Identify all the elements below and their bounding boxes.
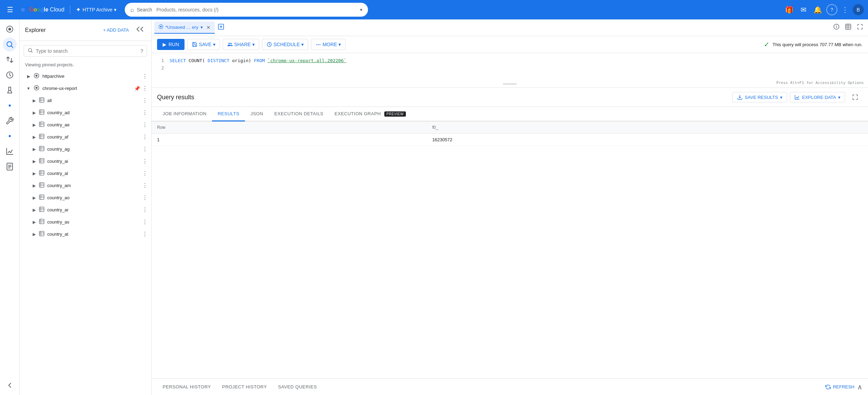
history-tab-saved[interactable]: SAVED QUERIES <box>272 380 322 394</box>
tree-more-chrome-ux-report[interactable]: ⋮ <box>141 84 148 92</box>
save-results-icon <box>737 94 743 100</box>
add-tab-button[interactable] <box>216 22 226 33</box>
explore-data-button[interactable]: EXPLORE DATA ▾ <box>790 92 845 102</box>
tree-more-country_at[interactable]: ⋮ <box>141 230 148 238</box>
code-editor[interactable]: 1 SELECT COUNT( DISTINCT origin) FROM `c… <box>152 53 868 88</box>
tree-more-country_ag[interactable]: ⋮ <box>141 145 148 153</box>
tree-arrow-country_am: ▶ <box>31 182 38 189</box>
refresh-button[interactable]: REFRESH <box>825 384 854 390</box>
tree-arrow-all: ▶ <box>31 97 38 104</box>
tree-item-country_ar[interactable]: ▶ country_ar ⋮ <box>19 204 151 216</box>
tree-item-country_ai[interactable]: ▶ country_ai ⋮ <box>19 155 151 167</box>
google-cloud-logo[interactable]: Google Cloud <box>19 6 64 14</box>
more-options-button[interactable]: ⋮ <box>839 3 851 17</box>
tree-more-httparchive[interactable]: ⋮ <box>141 72 148 80</box>
project-selector[interactable]: ✦ HTTP Archive ▾ <box>76 6 116 14</box>
svg-point-9 <box>35 75 38 77</box>
tree-item-country_ao[interactable]: ▶ country_ao ⋮ <box>19 192 151 204</box>
more-button[interactable]: MORE ▾ <box>311 39 345 50</box>
tree-item-all[interactable]: ▶ all ⋮ <box>19 94 151 107</box>
tree-more-country_al[interactable]: ⋮ <box>141 169 148 177</box>
tree-more-country_af[interactable]: ⋮ <box>141 133 148 141</box>
table-cell-row-num: 1 <box>152 134 427 146</box>
editor-resize-handle[interactable] <box>503 83 517 85</box>
global-search-input[interactable] <box>156 7 357 12</box>
tree-item-country_as[interactable]: ▶ country_as ⋮ <box>19 216 151 228</box>
search-help-icon[interactable]: ? <box>140 48 143 54</box>
editor-tab-icon <box>158 24 163 30</box>
tree-label-chrome-ux-report: chrome-ux-report <box>42 86 133 91</box>
history-actions: REFRESH ∧ <box>825 383 862 391</box>
tab-expand-button[interactable] <box>855 22 865 34</box>
gift-button[interactable]: 🎁 <box>782 3 796 17</box>
rail-home-icon[interactable] <box>3 22 17 36</box>
rail-search-icon[interactable] <box>3 37 17 51</box>
tree-item-country_al[interactable]: ▶ country_al ⋮ <box>19 167 151 179</box>
tree-item-country_af[interactable]: ▶ country_af ⋮ <box>19 131 151 143</box>
tab-execution-details[interactable]: EXECUTION DETAILS <box>269 107 329 121</box>
save-results-button[interactable]: SAVE RESULTS ▾ <box>732 92 787 102</box>
notifications-button[interactable]: 🔔 <box>811 3 825 17</box>
rail-history-icon[interactable] <box>3 68 17 82</box>
history-tab-personal[interactable]: PERSONAL HISTORY <box>157 380 216 394</box>
history-tab-project[interactable]: PROJECT HISTORY <box>216 380 272 394</box>
rail-dot2-icon <box>3 129 17 143</box>
editor-tab-unsaved[interactable]: *Unsaved … ery ▾ ✕ <box>154 22 215 34</box>
more-icon <box>316 42 321 47</box>
tab-results[interactable]: RESULTS <box>212 107 245 121</box>
explorer-search-input[interactable] <box>36 48 138 54</box>
tab-json[interactable]: JSON <box>245 107 269 121</box>
results-table-container: Row f0_ 1 16230572 <box>152 121 868 378</box>
results-expand-button[interactable] <box>848 92 862 102</box>
tree-more-country_am[interactable]: ⋮ <box>141 182 148 190</box>
tree-item-country_am[interactable]: ▶ country_am ⋮ <box>19 179 151 192</box>
tree-more-country_ai[interactable]: ⋮ <box>141 157 148 165</box>
explorer-collapse-button[interactable] <box>134 24 146 36</box>
history-collapse-button[interactable]: ∧ <box>857 383 862 391</box>
global-search-icon: ⌕ <box>130 6 134 14</box>
tree-more-all[interactable]: ⋮ <box>141 96 148 104</box>
share-button[interactable]: SHARE ▾ <box>223 39 259 50</box>
help-button[interactable]: ? <box>826 4 837 15</box>
table-icon-country_ai <box>39 158 44 165</box>
rail-lab-icon[interactable] <box>3 83 17 97</box>
run-label: RUN <box>169 42 179 47</box>
tree-item-country_ag[interactable]: ▶ country_ag ⋮ <box>19 143 151 155</box>
tab-execution-graph[interactable]: EXECUTION GRAPH PREVIEW <box>329 107 411 121</box>
tab-table-button[interactable] <box>843 22 853 34</box>
tree-more-country_ar[interactable]: ⋮ <box>141 206 148 214</box>
explorer-search-container: ? <box>24 45 147 57</box>
tree-item-country_at[interactable]: ▶ country_at ⋮ <box>19 228 151 240</box>
tree-arrow-country_ai: ▶ <box>31 158 38 165</box>
rail-doc-icon[interactable] <box>3 160 17 174</box>
tree-item-country_ae[interactable]: ▶ country_ae ⋮ <box>19 119 151 131</box>
schedule-button[interactable]: SCHEDULE ▾ <box>262 39 308 50</box>
explore-data-chevron: ▾ <box>838 95 841 100</box>
svg-rect-19 <box>39 183 44 187</box>
tree-more-country_ae[interactable]: ⋮ <box>141 121 148 129</box>
tree-item-chrome-ux-report[interactable]: ▼ chrome-ux-report 📌 ⋮ <box>19 82 151 94</box>
hamburger-menu-button[interactable]: ☰ <box>4 3 16 17</box>
editor-tab-close-button[interactable]: ✕ <box>206 25 211 30</box>
tree-item-httparchive[interactable]: ▶ httparchive ⋮ <box>19 70 151 82</box>
tree-label-country_am: country_am <box>47 183 140 188</box>
global-search-bar[interactable]: ⌕ Search ▾ <box>125 3 368 17</box>
tree-more-country_ad[interactable]: ⋮ <box>141 109 148 117</box>
tab-job-information[interactable]: JOB INFORMATION <box>157 107 212 121</box>
rail-transfer-icon[interactable] <box>3 53 17 67</box>
rail-wrench-icon[interactable] <box>3 114 17 128</box>
tree-more-country_as[interactable]: ⋮ <box>141 218 148 226</box>
rail-collapse-icon[interactable] <box>3 378 17 392</box>
email-button[interactable]: ✉ <box>798 3 809 17</box>
run-button[interactable]: ▶ RUN <box>157 39 185 50</box>
results-table: Row f0_ 1 16230572 <box>152 121 868 146</box>
save-button[interactable]: SAVE ▾ <box>187 39 220 50</box>
schedule-icon <box>267 42 272 47</box>
add-data-button[interactable]: + ADD DATA <box>100 25 132 35</box>
tab-info-button[interactable] <box>831 22 842 34</box>
rail-chart-icon[interactable] <box>3 144 17 158</box>
save-icon <box>192 42 197 47</box>
user-avatar[interactable]: B <box>853 4 864 15</box>
tree-more-country_ao[interactable]: ⋮ <box>141 194 148 202</box>
tree-item-country_ad[interactable]: ▶ country_ad ⋮ <box>19 107 151 119</box>
